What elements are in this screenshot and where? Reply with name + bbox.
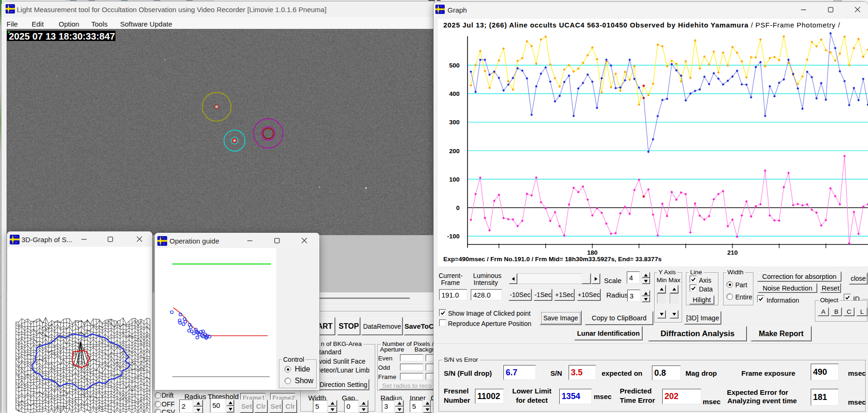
svg-text:200: 200 xyxy=(449,148,460,155)
svg-text:-100: -100 xyxy=(447,233,460,240)
svg-text:2025 07 13 18:30:33:847: 2025 07 13 18:30:33:847 xyxy=(9,31,115,41)
svg-text:Exp=490msec / Frm No.191.0 / F: Exp=490msec / Frm No.191.0 / Frm Mid= 18… xyxy=(443,256,662,263)
svg-text:2025 Jul 13; (266) Aline occul: 2025 Jul 13; (266) Aline occults UCAC4 5… xyxy=(443,21,840,29)
svg-text:100: 100 xyxy=(449,176,460,183)
svg-text:180: 180 xyxy=(587,249,598,256)
svg-text:300: 300 xyxy=(449,119,460,126)
svg-text:500: 500 xyxy=(449,62,460,69)
svg-text:400: 400 xyxy=(449,90,460,97)
svg-text:0: 0 xyxy=(456,204,460,211)
svg-text:210: 210 xyxy=(727,249,738,256)
